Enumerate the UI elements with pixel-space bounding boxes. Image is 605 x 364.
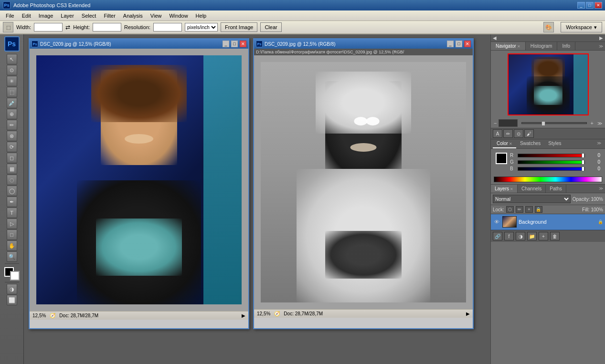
text-tool-btn[interactable]: A	[493, 129, 502, 138]
tab-layers[interactable]: Layers✕	[491, 185, 518, 193]
layers-panel-options[interactable]: ≫	[597, 185, 605, 193]
clear-button[interactable]: Clear	[260, 22, 281, 32]
fg-bg-colors[interactable]	[4, 267, 20, 281]
magic-wand-tool[interactable]: ✳	[7, 76, 17, 86]
pen-tool[interactable]: ✒	[7, 197, 17, 207]
zoom-slider[interactable]	[521, 122, 586, 124]
text-tool[interactable]: T	[7, 208, 17, 218]
doc1-nav-arrow[interactable]: ▶	[242, 313, 245, 318]
minimize-button[interactable]: _	[577, 2, 585, 9]
r-slider-handle[interactable]	[582, 153, 584, 158]
b-slider-handle[interactable]	[582, 166, 584, 171]
tab-info[interactable]: Info	[557, 42, 575, 50]
crop-tool-icon[interactable]: ⬚	[3, 22, 13, 32]
layer-style-btn[interactable]: f	[504, 232, 514, 240]
hand-tool[interactable]: ✋	[7, 240, 17, 251]
tab-channels[interactable]: Channels	[518, 185, 546, 193]
crop-tool[interactable]: ⬚	[7, 87, 17, 97]
screen-mode-tool[interactable]: ⬜	[7, 295, 17, 305]
menu-edit[interactable]: Edit	[18, 12, 35, 20]
eyedropper-tool[interactable]: 💉	[7, 98, 17, 108]
menu-view[interactable]: View	[147, 12, 166, 20]
navigator-tab-close[interactable]: ✕	[517, 44, 520, 49]
paint-tool-btn[interactable]: 🖌	[524, 129, 534, 138]
resolution-unit-select[interactable]: pixels/inch	[185, 23, 218, 31]
menu-file[interactable]: File	[2, 12, 18, 20]
zoom-slider-thumb[interactable]	[541, 121, 545, 126]
quick-mask-tool[interactable]: ◑	[7, 284, 17, 294]
menu-help[interactable]: Help	[192, 12, 211, 20]
front-image-button[interactable]: Front Image	[221, 22, 257, 32]
nav-expand-btn[interactable]: ≫	[597, 121, 602, 126]
eraser-tool[interactable]: ◻	[7, 153, 17, 163]
tab-histogram[interactable]: Histogram	[526, 42, 558, 50]
r-slider[interactable]	[518, 154, 585, 157]
color-gradient-bar[interactable]	[494, 177, 602, 182]
lock-image-btn[interactable]: ✏	[516, 206, 523, 213]
healing-brush-tool[interactable]: ⊕	[7, 109, 17, 119]
tab-navigator[interactable]: Navigator✕	[491, 42, 526, 50]
select-tool-btn[interactable]: ⊙	[514, 129, 523, 138]
blend-mode-select[interactable]: Normal	[493, 195, 571, 203]
brush-tool[interactable]: ✏	[7, 120, 17, 130]
menu-image[interactable]: Image	[35, 12, 57, 20]
panel-collapse-right[interactable]: ▶	[599, 35, 603, 41]
path-selection-tool[interactable]: ▷	[7, 218, 17, 229]
lock-all-btn[interactable]: 🔒	[535, 206, 542, 213]
history-brush-tool[interactable]: ⟳	[7, 142, 17, 152]
tab-styles[interactable]: Styles	[544, 139, 565, 148]
doc2-close-btn[interactable]: ✕	[464, 41, 471, 47]
layers-tab-close[interactable]: ✕	[510, 187, 513, 191]
menu-window[interactable]: Window	[165, 12, 191, 20]
blur-tool[interactable]: ◌	[7, 175, 17, 185]
swap-icon[interactable]: ⇄	[65, 24, 70, 31]
layer-new-btn[interactable]: +	[539, 232, 548, 240]
edit-tool-btn[interactable]: ✏	[503, 129, 513, 138]
panel-collapse-left[interactable]: ◀	[493, 35, 497, 41]
g-slider[interactable]	[518, 160, 585, 164]
color-panel-options[interactable]: ≫	[595, 139, 603, 148]
tab-color[interactable]: Color✕	[493, 139, 516, 148]
foreground-swatch[interactable]	[496, 153, 507, 164]
workspace-button[interactable]: Workspace ▾	[561, 22, 602, 32]
menu-filter[interactable]: Filter	[100, 12, 119, 20]
resolution-input[interactable]	[153, 23, 182, 31]
lock-position-btn[interactable]: +	[525, 206, 533, 213]
panel-expand-icon[interactable]: ≫	[599, 44, 603, 49]
menu-analysis[interactable]: Analysis	[119, 12, 147, 20]
doc1-minimize-btn[interactable]: _	[223, 41, 229, 47]
layer-mask-btn[interactable]: ◑	[516, 232, 525, 240]
clone-stamp-tool[interactable]: ⊗	[7, 131, 17, 141]
b-slider[interactable]	[518, 167, 585, 171]
dodge-tool[interactable]: ◯	[7, 186, 17, 196]
zoom-tool[interactable]: 🔍	[7, 251, 17, 262]
menu-layer[interactable]: Layer	[57, 12, 78, 20]
doc1-maximize-btn[interactable]: □	[231, 41, 238, 47]
layer-link-btn[interactable]: 🔗	[493, 232, 502, 240]
menu-select[interactable]: Select	[78, 12, 100, 20]
color-tab-close[interactable]: ✕	[509, 142, 512, 146]
lock-transparent-btn[interactable]: ⬡	[506, 206, 514, 213]
zoom-out-icon[interactable]: −	[494, 120, 497, 126]
move-tool[interactable]: ↖	[7, 54, 17, 64]
g-slider-handle[interactable]	[582, 160, 584, 165]
layer-background[interactable]: 👁 Background 🔒	[491, 214, 605, 230]
background-color[interactable]	[10, 271, 20, 281]
width-input[interactable]	[34, 23, 63, 31]
lasso-tool[interactable]: ⊙	[7, 65, 17, 75]
doc2-minimize-btn[interactable]: _	[447, 41, 454, 47]
rectangle-tool[interactable]: □	[7, 229, 17, 240]
doc1-close-btn[interactable]: ✕	[240, 41, 246, 47]
navigator-zoom-input[interactable]: 12,5%	[499, 119, 518, 127]
maximize-button[interactable]: □	[586, 2, 594, 9]
layer-eye-icon[interactable]: 👁	[493, 218, 500, 226]
height-input[interactable]	[93, 23, 121, 31]
zoom-in-icon[interactable]: +	[591, 120, 594, 126]
gradient-tool[interactable]: ▦	[7, 164, 17, 174]
layer-group-btn[interactable]: 📁	[527, 232, 537, 240]
close-button[interactable]: ✕	[594, 2, 602, 9]
tab-paths[interactable]: Paths	[546, 185, 566, 193]
doc2-maximize-btn[interactable]: □	[456, 41, 462, 47]
tab-swatches[interactable]: Swatches	[516, 139, 544, 148]
doc2-nav-arrow[interactable]: ▶	[466, 311, 470, 316]
